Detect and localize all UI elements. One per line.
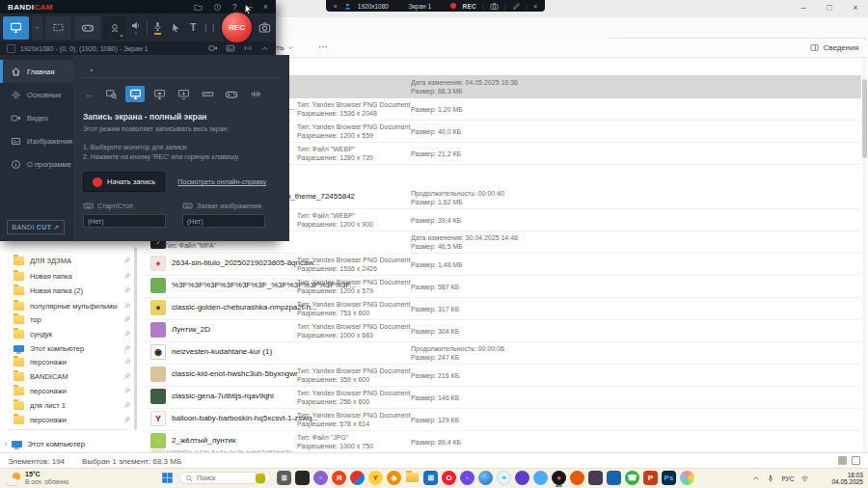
file-row[interactable]: Y balloon-baby-barboskin-hq5xcsvt-1-zswq… bbox=[143, 408, 861, 431]
taskbar-app-icon[interactable] bbox=[570, 471, 584, 485]
language-indicator[interactable]: РУС bbox=[781, 475, 794, 482]
wifi-icon[interactable] bbox=[800, 474, 809, 483]
pause-button[interactable]: ❘❘ bbox=[203, 23, 216, 32]
fullscreen-mode-button[interactable] bbox=[3, 16, 29, 40]
taskbar-app-icon[interactable] bbox=[515, 471, 529, 485]
taskbar-app-icon[interactable]: P bbox=[643, 471, 658, 485]
tray-chevron-up-icon[interactable] bbox=[752, 474, 760, 482]
taskbar-app-icon[interactable]: Я bbox=[332, 471, 346, 485]
taskbar-app-icon[interactable] bbox=[680, 471, 694, 485]
file-row[interactable]: ● classic-golden-cheburashka-nmpzpa2t-h.… bbox=[143, 297, 861, 320]
taskbar-app-icon[interactable] bbox=[607, 471, 621, 485]
file-row[interactable]: Лунтик_2D Тип: Yandex Browser PNG Docume… bbox=[143, 319, 861, 342]
taskbar-app-icon[interactable]: Ps bbox=[662, 471, 676, 485]
recbar-close-button[interactable]: × bbox=[533, 3, 537, 10]
bandicam-close-button[interactable]: × bbox=[263, 2, 268, 12]
recording-bar[interactable]: ≡ 1920x1080 Экран 1 REC | | | × bbox=[326, 0, 545, 12]
weather-widget[interactable]: 15°C В осн. облачно bbox=[6, 471, 68, 486]
sidebar-folder-item[interactable]: Этот компьютер bbox=[14, 341, 131, 355]
start-button[interactable] bbox=[161, 472, 174, 484]
history-clock-icon[interactable] bbox=[213, 3, 222, 12]
details-pane-button[interactable]: Сведения bbox=[810, 43, 858, 52]
open-folder-icon[interactable] bbox=[194, 3, 203, 12]
speaker-button[interactable]: ∨ bbox=[128, 20, 144, 35]
file-row[interactable]: classic-gena-7utbtijs-rqav9qhi Тип: Yand… bbox=[143, 386, 861, 409]
close-button[interactable]: × bbox=[851, 2, 860, 14]
hotkey-input[interactable]: (Нет) bbox=[83, 214, 166, 228]
taskbar-app-icon[interactable] bbox=[588, 471, 603, 485]
start-recording-button[interactable]: Начать запись bbox=[83, 172, 165, 192]
file-row[interactable]: ◉ neizvesten-kudahtane-kur (1) Продолжит… bbox=[143, 341, 861, 365]
lock-screen-icon[interactable] bbox=[149, 86, 169, 102]
taskbar-app-icon[interactable]: Y bbox=[368, 471, 383, 485]
broadcast-icon[interactable] bbox=[243, 43, 253, 53]
fullscreen-icon[interactable] bbox=[125, 86, 145, 102]
bandicam-nav-item[interactable]: Изображения bbox=[0, 129, 73, 152]
webcam-button[interactable] bbox=[103, 16, 125, 40]
chevron-right-icon[interactable]: › bbox=[5, 441, 7, 447]
taskbar-app-icon[interactable]: ● bbox=[552, 471, 566, 485]
bandicam-nav-item[interactable]: Главная bbox=[0, 60, 73, 83]
taskbar-app-icon[interactable] bbox=[350, 471, 365, 485]
more-options-button[interactable]: ⋯ bbox=[318, 41, 329, 52]
target-checkbox[interactable] bbox=[7, 44, 15, 53]
sidebar-folder-item[interactable]: сундук bbox=[14, 327, 131, 340]
webcam-person-icon[interactable] bbox=[343, 2, 352, 11]
taskbar-app-icon[interactable]: ◦ bbox=[313, 471, 328, 485]
sidebar-folder-item[interactable]: тор bbox=[14, 312, 131, 326]
draw-pencil-icon[interactable] bbox=[512, 2, 521, 11]
sidebar-folder-item[interactable]: персонажи bbox=[14, 355, 131, 368]
recbar-rec-button[interactable]: REC bbox=[462, 3, 476, 10]
taskbar-app-icon[interactable]: ≣ bbox=[277, 471, 291, 485]
sidebar-folder-item[interactable]: персонажи bbox=[14, 413, 131, 426]
sidebar-folder-item[interactable]: Новая папка (2) bbox=[14, 284, 131, 297]
taskbar-app-icon[interactable]: ⊞ bbox=[423, 471, 438, 485]
game-mode-button[interactable] bbox=[74, 16, 100, 40]
help-button[interactable]: ? bbox=[232, 2, 237, 12]
minimize-button[interactable]: – bbox=[799, 2, 808, 14]
mode-dropdown-button[interactable] bbox=[32, 16, 41, 40]
taskbar-app-icon[interactable] bbox=[295, 471, 310, 485]
taskbar-app-icon[interactable] bbox=[478, 471, 493, 485]
bandicam-titlebar[interactable]: BANDICAM ? – × bbox=[0, 0, 276, 14]
gamepad-icon[interactable] bbox=[222, 86, 241, 102]
bandicam-nav-item[interactable]: Видео bbox=[0, 106, 73, 129]
text-overlay-button[interactable]: T bbox=[187, 22, 200, 33]
volume-icon[interactable] bbox=[816, 474, 825, 483]
sidebar-folder-item[interactable]: BANDICAM bbox=[14, 369, 131, 383]
image-icon[interactable] bbox=[226, 43, 235, 53]
sidebar-folder-item[interactable]: персонажи bbox=[14, 384, 131, 397]
taskbar-app-icon[interactable]: O bbox=[442, 471, 456, 485]
microphone-button[interactable] bbox=[150, 21, 166, 35]
taskbar-app-icon[interactable] bbox=[405, 471, 420, 485]
online-help-link[interactable]: Посмотреть онлайн-справку bbox=[177, 178, 266, 185]
chevron-up-icon[interactable] bbox=[260, 44, 269, 53]
hotkey-input[interactable]: (Нет) bbox=[182, 214, 265, 228]
file-row[interactable]: ♦ 2634-sin-titulo_20250219023805-8qncaw.… bbox=[143, 253, 861, 276]
sidebar-folder-item[interactable]: популярные мульфильмы bbox=[14, 299, 131, 312]
taskbar-app-icon[interactable]: ☎ bbox=[625, 471, 639, 485]
sidebar-scrollbar[interactable] bbox=[134, 247, 137, 430]
screen-capture-icon[interactable] bbox=[174, 86, 193, 102]
sidebar-folder-item[interactable]: ДЛЯ ЗДЗМА bbox=[14, 254, 131, 267]
audio-levels-icon[interactable] bbox=[246, 86, 265, 102]
mouse-effect-button[interactable] bbox=[169, 22, 184, 33]
bandicam-nav-item[interactable]: О программе bbox=[0, 152, 73, 176]
bandicam-nav-item[interactable]: Основные bbox=[0, 83, 73, 106]
taskbar-app-icon[interactable]: ◈ bbox=[387, 471, 401, 485]
maximize-button[interactable]: □ bbox=[825, 2, 834, 14]
taskbar-app-icon[interactable]: + bbox=[497, 471, 511, 485]
taskbar-app-icon[interactable]: ◦ bbox=[460, 471, 475, 485]
thumbnail-view-toggle-icon[interactable] bbox=[852, 456, 860, 465]
video-camera-icon[interactable] bbox=[208, 43, 218, 53]
screenshot-button[interactable] bbox=[258, 21, 273, 34]
rec-button[interactable]: REC bbox=[222, 13, 252, 42]
file-scrollbar-thumb[interactable] bbox=[862, 79, 867, 158]
select-area-icon[interactable] bbox=[101, 86, 121, 102]
list-view-toggle-icon[interactable] bbox=[838, 456, 847, 465]
bandicut-banner[interactable]: BANDICUT ↗ bbox=[7, 220, 65, 234]
sidebar-folder-item[interactable]: Новая папка bbox=[14, 269, 131, 283]
device-bar-icon[interactable] bbox=[198, 86, 217, 102]
sidebar-folder-item[interactable]: для лист 1 bbox=[14, 398, 131, 412]
area-mode-button[interactable] bbox=[45, 16, 71, 40]
